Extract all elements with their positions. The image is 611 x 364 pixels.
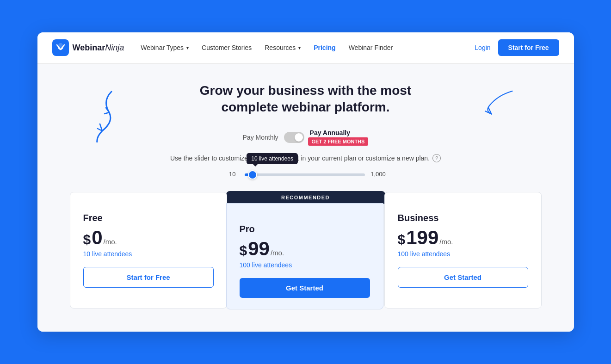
slider-container: 10 10 live attendees 1,000 [225, 170, 386, 178]
pricing-cards: Free $ 0 /mo. 10 live attendees Start fo… [65, 192, 546, 308]
chevron-down-icon: ▾ [186, 45, 189, 50]
plan-pro-price: $ 99 /mo. [240, 239, 370, 259]
slider-track: 10 live attendees [245, 170, 365, 178]
plan-free-card: Free $ 0 /mo. 10 live attendees Start fo… [70, 192, 227, 308]
plan-business-amount: 199 [406, 228, 438, 247]
nav-resources[interactable]: Resources ▾ [265, 44, 301, 51]
plan-pro-dollar: $ [240, 243, 247, 259]
plan-pro-wrapper: RECOMMENDED Pro $ 99 /mo. 100 live atten… [227, 192, 384, 308]
plan-business-name: Business [398, 213, 528, 223]
chevron-down-icon: ▾ [298, 45, 301, 50]
hero-decoration-right [477, 87, 518, 120]
plan-business-cta[interactable]: Get Started [398, 267, 528, 288]
billing-toggle: Pay Monthly Pay Annually GET 2 FREE MONT… [181, 129, 431, 146]
start-free-button[interactable]: Start for Free [498, 39, 559, 56]
plan-free-price: $ 0 /mo. [83, 228, 214, 247]
plan-business-price: $ 199 /mo. [398, 228, 528, 247]
plan-pro-recommended-banner: RECOMMENDED [226, 191, 385, 204]
plan-business-dollar: $ [398, 232, 406, 247]
free-months-badge: GET 2 FREE MONTHS [308, 137, 369, 146]
plan-pro-period: /mo. [271, 249, 284, 257]
plan-business-attendees: 100 live attendees [398, 250, 528, 258]
logo-icon [52, 39, 69, 56]
nav-webinar-types[interactable]: Webinar Types ▾ [141, 44, 189, 51]
plan-pro-attendees: 100 live attendees [240, 261, 370, 269]
billing-toggle-switch[interactable] [284, 132, 304, 143]
navbar: WebinarNinja Webinar Types ▾ Customer St… [37, 32, 574, 64]
hero-text: Grow your business with the most complet… [181, 82, 431, 149]
plan-pro-name: Pro [240, 224, 370, 234]
nav-pricing[interactable]: Pricing [314, 44, 335, 51]
hero-decoration-left [84, 87, 121, 142]
plan-free-period: /mo. [104, 238, 117, 246]
plan-business-period: /mo. [439, 238, 453, 246]
billing-annually-group: Pay Annually GET 2 FREE MONTHS [310, 129, 369, 146]
svg-point-1 [58, 43, 63, 48]
browser-window: WebinarNinja Webinar Types ▾ Customer St… [37, 32, 574, 332]
plan-free-dollar: $ [83, 232, 91, 247]
plan-free-attendees: 10 live attendees [83, 250, 214, 258]
billing-annually-label: Pay Annually [310, 129, 350, 136]
nav-actions: Login Start for Free [475, 39, 559, 56]
hero-title: Grow your business with the most complet… [181, 82, 431, 116]
slider-section: Use the slider to customize the attendee… [65, 154, 546, 179]
plan-business-card: Business $ 199 /mo. 100 live attendees G… [384, 192, 542, 308]
help-icon[interactable]: ? [432, 154, 441, 162]
plan-pro-cta[interactable]: Get Started [240, 278, 370, 298]
plan-free-amount: 0 [92, 228, 102, 247]
nav-customer-stories[interactable]: Customer Stories [202, 44, 252, 51]
nav-links: Webinar Types ▾ Customer Stories Resourc… [141, 44, 475, 51]
toggle-knob [295, 133, 303, 142]
billing-monthly-label: Pay Monthly [243, 134, 278, 141]
plan-pro-amount: 99 [248, 239, 270, 259]
hero-section: Grow your business with the most complet… [65, 82, 546, 149]
logo[interactable]: WebinarNinja [52, 39, 124, 56]
attendee-slider[interactable] [245, 173, 365, 176]
plan-free-name: Free [83, 213, 214, 223]
main-content: Grow your business with the most complet… [37, 64, 574, 332]
login-button[interactable]: Login [475, 44, 490, 51]
plan-pro-card: Pro $ 99 /mo. 100 live attendees Get Sta… [226, 203, 383, 309]
slider-min-label: 10 [225, 171, 239, 178]
logo-text: WebinarNinja [73, 43, 124, 53]
slider-max-label: 1,000 [370, 171, 386, 178]
plan-free-cta[interactable]: Start for Free [83, 267, 214, 288]
slider-tooltip: 10 live attendees [247, 153, 298, 164]
slider-description: Use the slider to customize the attendee… [65, 154, 546, 162]
nav-webinar-finder[interactable]: Webinar Finder [349, 44, 393, 51]
